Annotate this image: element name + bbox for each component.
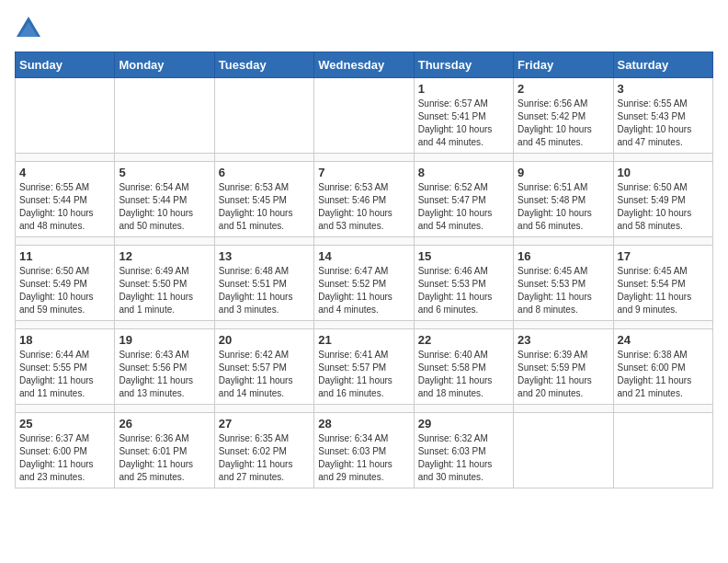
day-info: Sunrise: 6:48 AM Sunset: 5:51 PM Dayligh…: [219, 265, 310, 316]
day-number: 3: [618, 82, 709, 96]
weekday-header-wednesday: Wednesday: [314, 52, 414, 78]
calendar-cell: [115, 78, 214, 154]
day-info: Sunrise: 6:57 AM Sunset: 5:41 PM Dayligh…: [418, 98, 509, 149]
calendar-cell: 5Sunrise: 6:54 AM Sunset: 5:44 PM Daylig…: [115, 162, 214, 237]
day-number: 12: [119, 249, 210, 263]
day-info: Sunrise: 6:56 AM Sunset: 5:42 PM Dayligh…: [518, 98, 609, 149]
calendar-cell: 9Sunrise: 6:51 AM Sunset: 5:48 PM Daylig…: [514, 162, 613, 237]
weekday-header-friday: Friday: [514, 52, 613, 78]
day-number: 5: [119, 166, 210, 179]
day-info: Sunrise: 6:41 AM Sunset: 5:57 PM Dayligh…: [318, 349, 409, 400]
day-number: 21: [318, 333, 409, 347]
day-info: Sunrise: 6:45 AM Sunset: 5:54 PM Dayligh…: [618, 265, 709, 316]
week-separator-cell: [613, 154, 712, 162]
calendar-cell: 3Sunrise: 6:55 AM Sunset: 5:43 PM Daylig…: [613, 78, 712, 154]
day-info: Sunrise: 6:50 AM Sunset: 5:49 PM Dayligh…: [618, 181, 709, 233]
day-number: 14: [318, 249, 409, 263]
day-info: Sunrise: 6:35 AM Sunset: 6:02 PM Dayligh…: [219, 432, 310, 484]
week-separator-cell: [214, 154, 313, 162]
day-number: 9: [518, 166, 609, 179]
calendar-cell: 1Sunrise: 6:57 AM Sunset: 5:41 PM Daylig…: [414, 78, 513, 154]
day-info: Sunrise: 6:43 AM Sunset: 5:56 PM Dayligh…: [119, 349, 210, 400]
day-number: 16: [518, 249, 609, 263]
day-number: 23: [518, 333, 609, 347]
calendar-cell: [613, 413, 712, 488]
day-info: Sunrise: 6:51 AM Sunset: 5:48 PM Dayligh…: [518, 181, 609, 233]
day-info: Sunrise: 6:50 AM Sunset: 5:49 PM Dayligh…: [19, 265, 110, 316]
calendar-cell: 18Sunrise: 6:44 AM Sunset: 5:55 PM Dayli…: [16, 329, 115, 405]
calendar-cell: 15Sunrise: 6:46 AM Sunset: 5:53 PM Dayli…: [414, 246, 513, 321]
logo-icon: [15, 15, 42, 42]
calendar-cell: 13Sunrise: 6:48 AM Sunset: 5:51 PM Dayli…: [214, 246, 313, 321]
week-separator-cell: [115, 154, 214, 162]
week-separator-row: [16, 154, 713, 162]
week-separator-cell: [115, 237, 214, 246]
day-number: 22: [418, 333, 509, 347]
day-info: Sunrise: 6:34 AM Sunset: 6:03 PM Dayligh…: [318, 432, 409, 484]
day-info: Sunrise: 6:53 AM Sunset: 5:46 PM Dayligh…: [318, 181, 409, 233]
calendar-cell: 4Sunrise: 6:55 AM Sunset: 5:44 PM Daylig…: [16, 162, 115, 237]
day-info: Sunrise: 6:53 AM Sunset: 5:45 PM Dayligh…: [219, 181, 310, 233]
calendar-cell: 14Sunrise: 6:47 AM Sunset: 5:52 PM Dayli…: [314, 246, 414, 321]
calendar-cell: 17Sunrise: 6:45 AM Sunset: 5:54 PM Dayli…: [613, 246, 712, 321]
calendar-table: SundayMondayTuesdayWednesdayThursdayFrid…: [15, 52, 713, 488]
weekday-header-monday: Monday: [115, 52, 214, 78]
day-number: 19: [119, 333, 210, 347]
week-separator-cell: [16, 405, 115, 413]
logo: [15, 15, 46, 42]
day-info: Sunrise: 6:37 AM Sunset: 6:00 PM Dayligh…: [19, 432, 110, 484]
calendar-cell: 29Sunrise: 6:32 AM Sunset: 6:03 PM Dayli…: [414, 413, 513, 488]
calendar-cell: [314, 78, 414, 154]
day-info: Sunrise: 6:55 AM Sunset: 5:43 PM Dayligh…: [618, 98, 709, 149]
week-separator-cell: [414, 154, 513, 162]
day-info: Sunrise: 6:40 AM Sunset: 5:58 PM Dayligh…: [418, 349, 509, 400]
calendar-cell: 6Sunrise: 6:53 AM Sunset: 5:45 PM Daylig…: [214, 162, 313, 237]
day-number: 4: [19, 166, 110, 179]
calendar-cell: 22Sunrise: 6:40 AM Sunset: 5:58 PM Dayli…: [414, 329, 513, 405]
calendar-cell: 8Sunrise: 6:52 AM Sunset: 5:47 PM Daylig…: [414, 162, 513, 237]
calendar-cell: 19Sunrise: 6:43 AM Sunset: 5:56 PM Dayli…: [115, 329, 214, 405]
week-separator-cell: [613, 405, 712, 413]
calendar-cell: [16, 78, 115, 154]
week-separator-cell: [214, 321, 313, 329]
page-header: [15, 15, 713, 42]
day-number: 8: [418, 166, 509, 179]
calendar-cell: 20Sunrise: 6:42 AM Sunset: 5:57 PM Dayli…: [214, 329, 313, 405]
week-separator-cell: [16, 237, 115, 246]
day-info: Sunrise: 6:42 AM Sunset: 5:57 PM Dayligh…: [219, 349, 310, 400]
weekday-header-sunday: Sunday: [16, 52, 115, 78]
calendar-cell: 24Sunrise: 6:38 AM Sunset: 6:00 PM Dayli…: [613, 329, 712, 405]
day-number: 28: [318, 417, 409, 431]
calendar-cell: 7Sunrise: 6:53 AM Sunset: 5:46 PM Daylig…: [314, 162, 414, 237]
calendar-cell: 2Sunrise: 6:56 AM Sunset: 5:42 PM Daylig…: [514, 78, 613, 154]
calendar-week-row: 4Sunrise: 6:55 AM Sunset: 5:44 PM Daylig…: [16, 162, 713, 237]
week-separator-cell: [214, 405, 313, 413]
week-separator-cell: [613, 321, 712, 329]
day-number: 17: [618, 249, 709, 263]
day-info: Sunrise: 6:54 AM Sunset: 5:44 PM Dayligh…: [119, 181, 210, 233]
calendar-cell: 26Sunrise: 6:36 AM Sunset: 6:01 PM Dayli…: [115, 413, 214, 488]
week-separator-cell: [613, 237, 712, 246]
week-separator-cell: [314, 237, 414, 246]
day-info: Sunrise: 6:32 AM Sunset: 6:03 PM Dayligh…: [418, 432, 509, 484]
weekday-header-thursday: Thursday: [414, 52, 513, 78]
calendar-week-row: 18Sunrise: 6:44 AM Sunset: 5:55 PM Dayli…: [16, 329, 713, 405]
week-separator-cell: [314, 405, 414, 413]
day-number: 25: [19, 417, 110, 431]
week-separator-cell: [16, 321, 115, 329]
day-info: Sunrise: 6:38 AM Sunset: 6:00 PM Dayligh…: [618, 349, 709, 400]
week-separator-cell: [514, 321, 613, 329]
week-separator-cell: [414, 237, 513, 246]
day-info: Sunrise: 6:52 AM Sunset: 5:47 PM Dayligh…: [418, 181, 509, 233]
day-info: Sunrise: 6:47 AM Sunset: 5:52 PM Dayligh…: [318, 265, 409, 316]
week-separator-cell: [514, 237, 613, 246]
week-separator-cell: [414, 321, 513, 329]
weekday-header-tuesday: Tuesday: [214, 52, 313, 78]
calendar-cell: 28Sunrise: 6:34 AM Sunset: 6:03 PM Dayli…: [314, 413, 414, 488]
calendar-header-row: SundayMondayTuesdayWednesdayThursdayFrid…: [16, 52, 713, 78]
day-number: 27: [219, 417, 310, 431]
day-info: Sunrise: 6:49 AM Sunset: 5:50 PM Dayligh…: [119, 265, 210, 316]
calendar-cell: 25Sunrise: 6:37 AM Sunset: 6:00 PM Dayli…: [16, 413, 115, 488]
day-number: 13: [219, 249, 310, 263]
day-number: 18: [19, 333, 110, 347]
